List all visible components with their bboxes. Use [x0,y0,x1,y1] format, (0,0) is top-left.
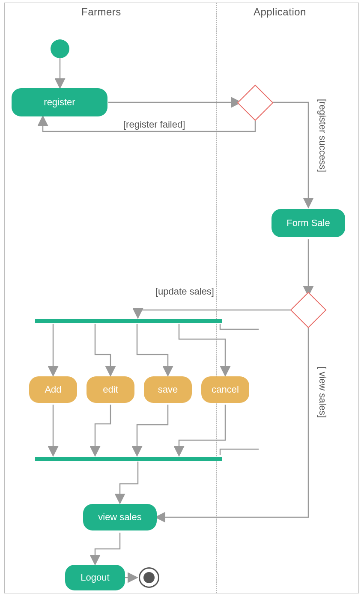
guard-update-sales: [update sales] [155,286,214,297]
start-node [51,39,69,58]
end-node [139,567,159,588]
activity-form-sale: Form Sale [272,209,345,237]
swimlane-header-left: Farmers [81,6,121,18]
activity-add-label: Add [45,384,61,395]
activity-register: register [12,88,107,116]
join-bar [35,457,222,461]
activity-view-sales-label: view sales [98,512,141,523]
activity-logout: Logout [65,565,125,590]
activity-register-label: register [44,97,75,108]
activity-edit-label: edit [103,384,118,395]
guard-view-sales: [ view sales] [317,367,328,418]
activity-add: Add [29,376,77,403]
swimlane-divider [216,3,217,593]
activity-form-sale-label: Form Sale [286,218,330,229]
guard-register-failed: [register failed] [123,119,185,130]
fork-bar [35,319,222,323]
activity-save-label: save [158,384,178,395]
end-node-inner [143,572,155,583]
guard-register-success: [register success] [317,99,328,172]
activity-edit: edit [87,376,134,403]
activity-logout-label: Logout [81,572,109,583]
activity-save: save [144,376,192,403]
activity-cancel: cancel [201,376,249,403]
swimlane-header-right: Application [254,6,306,18]
activity-view-sales: view sales [83,504,157,530]
activity-cancel-label: cancel [212,384,239,395]
